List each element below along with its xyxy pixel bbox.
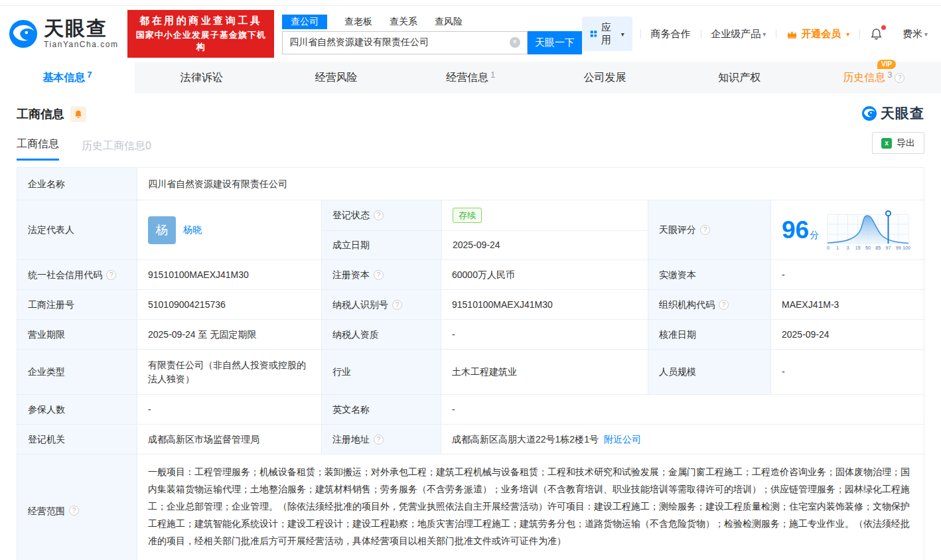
search-tabs: 查公司 查老板 查关系 查风险 xyxy=(282,14,582,30)
search-tab-company[interactable]: 查公司 xyxy=(282,15,327,29)
tianyancha-eye-icon xyxy=(861,105,877,121)
score-number: 96 xyxy=(782,216,809,244)
help-icon[interactable]: ? xyxy=(69,506,79,516)
search-tab-relation[interactable]: 查关系 xyxy=(390,16,417,28)
table-row: 法定代表人 杨 杨晓 登记状态 ? 存续 成立日期 2025-09-24 xyxy=(17,200,924,259)
approval-date-value: 2025-09-24 xyxy=(770,320,924,349)
chevron-down-icon: ▾ xyxy=(762,31,766,38)
table-row: 统一社会信用代码 ? 91510100MAEXJ41M30 注册资本 ? 600… xyxy=(17,259,924,289)
reg-capital-value: 60000万人民币 xyxy=(441,260,648,289)
company-type-value: 有限责任公司（非自然人投资或控股的法人独资） xyxy=(137,350,321,394)
help-icon[interactable]: ? xyxy=(106,270,116,280)
tianyan-score-value: 96分 xyxy=(770,200,924,259)
header-menu: 应用 ▾ 商务合作 企业级产品 ▾ 开通会员 ▾ xyxy=(582,17,930,51)
taxpayer-id-value: 91510100MAEXJ41M30 xyxy=(441,290,648,319)
company-name-value: 四川省自然资源建设有限责任公司 xyxy=(137,168,924,200)
search-tab-boss[interactable]: 查老板 xyxy=(344,16,372,28)
help-icon[interactable]: ? xyxy=(392,300,402,310)
field-label: 参保人数 xyxy=(17,395,137,424)
help-icon[interactable]: ? xyxy=(719,300,729,310)
paid-capital-value: - xyxy=(770,260,924,289)
tab-history-info[interactable]: 历史信息 VIP 3 ? xyxy=(806,62,941,94)
table-row: 参保人数 - 英文名称 - xyxy=(17,394,924,424)
notifications-bell[interactable] xyxy=(860,28,893,40)
menu-enterprise[interactable]: 企业级产品 ▾ xyxy=(701,28,776,40)
table-row: 工商注册号 510109004215736 纳税人识别号 ? 91510100M… xyxy=(17,289,924,319)
field-label: 企业名称 xyxy=(17,168,137,200)
search-input-box[interactable]: × xyxy=(282,31,528,54)
tab-operation-risk[interactable]: 经营风险 xyxy=(269,62,403,94)
excel-icon: x xyxy=(881,138,892,149)
score-unit: 分 xyxy=(810,230,819,240)
field-label: 统一社会信用代码 ? xyxy=(17,260,137,289)
promo-line1: 都在用的商业查询工具 xyxy=(134,15,267,27)
industry-value: 土木工程建筑业 xyxy=(441,350,648,394)
tab-operation-info[interactable]: 经营信息1 xyxy=(403,62,538,94)
menu-cooperation[interactable]: 商务合作 xyxy=(641,28,701,40)
brand-domain: TianYanCha.com xyxy=(44,40,118,49)
site-header: 天眼查 TianYanCha.com 都在用的商业查询工具 国家中小企业发展子基… xyxy=(0,6,941,62)
subtab-business-info[interactable]: 工商信息 xyxy=(17,137,59,161)
brand-name: 天眼查 xyxy=(44,19,118,38)
legal-rep-link[interactable]: 杨晓 xyxy=(183,223,202,237)
svg-text:97: 97 xyxy=(886,245,891,250)
export-button[interactable]: x 导出 xyxy=(872,132,924,154)
chevron-down-icon: ▾ xyxy=(924,31,928,38)
field-label: 工商注册号 xyxy=(17,290,137,319)
field-label: 行业 xyxy=(321,350,441,394)
menu-vip[interactable]: 开通会员 ▾ xyxy=(776,28,859,40)
business-scope-value: 一般项目：工程管理服务；机械设备租赁；装卸搬运；对外承包工程；建筑工程机械与设备… xyxy=(137,455,924,560)
promo-line2: 国家中小企业发展子基金旗下机构 xyxy=(134,29,267,53)
bell-icon xyxy=(74,109,83,119)
svg-text:100: 100 xyxy=(903,245,910,250)
chevron-down-icon: ▾ xyxy=(846,31,849,38)
score-distribution-chart: 0 1 3 15 50 85 97 99 100 xyxy=(826,209,910,251)
tab-intellectual-property[interactable]: 知识产权 xyxy=(672,62,807,94)
subtab-history-business-info[interactable]: 历史工商信息0 xyxy=(82,139,151,161)
help-icon[interactable]: ? xyxy=(374,435,384,445)
apps-menu[interactable]: 应用 ▾ xyxy=(582,17,632,51)
tianyancha-eye-icon xyxy=(8,19,38,49)
search-input[interactable] xyxy=(289,37,510,48)
table-row: 登记机关 成都高新区市场监督管理局 注册地址 ? 成都高新区高朋大道22号1栋2… xyxy=(17,424,924,454)
field-label: 营业期限 xyxy=(17,320,137,349)
tab-legal-litigation[interactable]: 法律诉讼 xyxy=(135,62,269,94)
help-icon[interactable]: ? xyxy=(700,225,710,235)
search-area: 查公司 查老板 查关系 查风险 × 天眼一下 xyxy=(282,14,582,54)
svg-text:50: 50 xyxy=(865,245,871,250)
svg-text:1: 1 xyxy=(836,245,839,250)
insured-count-value: - xyxy=(137,395,321,424)
nearby-companies-link[interactable]: 附近公司 xyxy=(604,433,641,447)
user-menu[interactable]: 费米 ▾ xyxy=(893,28,930,40)
apps-grid-icon xyxy=(590,29,597,39)
field-label: 注册地址 ? xyxy=(321,425,441,454)
search-tab-risk[interactable]: 查风险 xyxy=(435,16,463,28)
svg-text:0: 0 xyxy=(827,245,830,250)
reg-address-value: 成都高新区高朋大道22号1栋2楼1号 附近公司 xyxy=(441,425,924,454)
field-label: 纳税人识别号 ? xyxy=(321,290,441,319)
tab-basic-info[interactable]: 基本信息7 xyxy=(0,62,135,94)
clear-icon[interactable]: × xyxy=(510,37,520,48)
top-strip xyxy=(0,0,941,6)
avatar[interactable]: 杨 xyxy=(148,216,176,244)
reg-status-value: 存续 xyxy=(441,200,648,230)
svg-text:85: 85 xyxy=(876,245,881,250)
field-label: 经营范围 ? xyxy=(17,455,137,560)
field-label: 组织机构代码 ? xyxy=(648,290,770,319)
table-row: 经营范围 ? 一般项目：工程管理服务；机械设备租赁；装卸搬运；对外承包工程；建筑… xyxy=(17,454,924,560)
search-button[interactable]: 天眼一下 xyxy=(528,31,582,54)
watermark-logo: 天眼查 xyxy=(861,104,924,123)
status-badge: 存续 xyxy=(453,208,482,223)
help-icon[interactable]: ? xyxy=(374,210,384,220)
monitor-bell-button[interactable] xyxy=(70,106,86,122)
help-icon[interactable]: ? xyxy=(374,270,384,280)
tab-company-development[interactable]: 公司发展 xyxy=(538,62,672,94)
field-label: 登记状态 ? xyxy=(322,200,441,230)
field-label: 成立日期 xyxy=(322,231,441,259)
field-label: 人员规模 xyxy=(648,350,770,394)
reg-authority-value: 成都高新区市场监督管理局 xyxy=(137,425,321,454)
tianyancha-logo[interactable]: 天眼查 TianYanCha.com xyxy=(8,19,118,49)
establish-date-value: 2025-09-24 xyxy=(441,231,648,259)
help-icon[interactable]: ? xyxy=(895,73,905,83)
promo-banner: 都在用的商业查询工具 国家中小企业发展子基金旗下机构 xyxy=(127,10,273,58)
